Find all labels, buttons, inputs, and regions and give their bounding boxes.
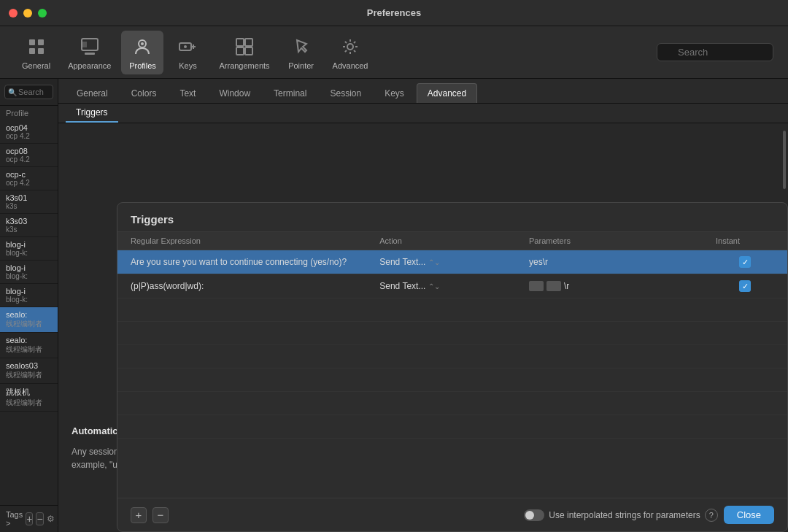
triggers-cell-instant-1[interactable]: ✓ [716, 256, 774, 268]
tab-colors[interactable]: Colors [120, 83, 168, 103]
sidebar-item-jumphost[interactable]: 跳板机 线程编制者 [0, 384, 58, 412]
sidebar-item-ocpc[interactable]: ocp-c ocp 4.2 [0, 167, 58, 190]
triggers-row-empty-4 [117, 369, 787, 392]
tab-window[interactable]: Window [208, 83, 261, 103]
window-title: Preferences [367, 7, 421, 18]
tab-advanced[interactable]: Advanced [417, 83, 477, 103]
sidebar-item-sub: blog-k: [6, 249, 52, 257]
sidebar-item-sub: k3s [6, 202, 52, 210]
advanced-toolbar-icon [339, 35, 362, 58]
triggers-cell-action-2[interactable]: Send Text... ⌃⌄ [379, 281, 529, 291]
sidebar-item-sealos1[interactable]: sealo: 线程编制者 [0, 307, 58, 333]
triggers-row-empty-3 [117, 345, 787, 369]
close-button[interactable]: Close [724, 506, 774, 524]
sidebar-item-k3s01[interactable]: k3s01 k3s [0, 190, 58, 214]
triggers-cell-regex-1: Are you sure you want to continue connec… [131, 257, 379, 267]
sidebar-search-area: 🔍 [0, 79, 58, 106]
sidebar-item-sealos2[interactable]: sealo: 线程编制者 [0, 333, 58, 358]
checkbox-instant-1[interactable]: ✓ [739, 256, 751, 268]
svg-point-10 [184, 45, 187, 48]
col-parameters: Parameters [529, 236, 716, 245]
svg-rect-14 [245, 47, 252, 55]
titlebar: Preferences [0, 0, 788, 26]
svg-rect-2 [29, 48, 35, 54]
traffic-lights [9, 9, 47, 18]
triggers-row-2[interactable]: (p|P)ass(word|wd): Send Text... ⌃⌄ [117, 274, 787, 298]
content-area: General Colors Text Window Terminal Sess… [58, 79, 788, 532]
action-chevron-2: ⌃⌄ [428, 282, 440, 290]
sidebar-item-ocp08[interactable]: ocp08 ocp 4.2 [0, 144, 58, 167]
triggers-cell-action-1[interactable]: Send Text... ⌃⌄ [379, 257, 529, 267]
maximize-button[interactable] [38, 9, 47, 18]
scrollbar-thumb [783, 131, 786, 189]
svg-rect-0 [29, 39, 35, 45]
triggers-row-empty-1 [117, 298, 787, 322]
sidebar-item-sub: ocp 4.2 [6, 155, 52, 163]
triggers-panel-title: Triggers [117, 203, 787, 232]
sidebar-item-name: sealos03 [6, 361, 52, 370]
remove-profile-button[interactable]: − [36, 512, 43, 525]
gear-icon: ⚙ [47, 514, 55, 524]
sidebar-item-blog1[interactable]: blog-i blog-k: [0, 237, 58, 261]
interpolate-toggle[interactable] [524, 509, 544, 521]
triggers-row-empty-6 [117, 415, 787, 439]
toolbar-label-keys: Keys [179, 61, 196, 70]
tab-keys[interactable]: Keys [374, 83, 415, 103]
sidebar-item-name: blog-i [6, 263, 52, 272]
checkbox-instant-2[interactable]: ✓ [739, 280, 751, 292]
svg-point-15 [347, 44, 353, 50]
svg-rect-5 [85, 53, 95, 55]
triggers-cell-instant-2[interactable]: ✓ [716, 280, 774, 292]
sidebar-footer: Tags > + − ⚙ Other Actions... ▾ [0, 505, 58, 532]
toolbar-item-pointer[interactable]: Pointer [280, 31, 322, 74]
toolbar-item-keys[interactable]: Keys [166, 31, 209, 74]
toolbar-item-advanced[interactable]: Advanced [325, 31, 376, 74]
sidebar-search-icon: 🔍 [8, 88, 17, 96]
sidebar-item-sub: k3s [6, 225, 52, 234]
interpolate-help-button[interactable]: ? [705, 509, 718, 522]
tab-terminal[interactable]: Terminal [263, 83, 317, 103]
add-profile-button[interactable]: + [26, 512, 33, 525]
sidebar-item-sub: ocp 4.2 [6, 179, 52, 187]
sidebar-item-sealos03[interactable]: sealos03 线程编制者 [0, 358, 58, 384]
sidebar-item-name: k3s01 [6, 193, 52, 202]
triggers-panel: Triggers Regular Expression Action Param… [117, 202, 788, 532]
toolbar-label-pointer: Pointer [288, 61, 314, 70]
add-trigger-button[interactable]: + [131, 507, 147, 523]
remove-icon: − [158, 509, 164, 521]
toolbar-label-arrangements: Arrangements [219, 61, 269, 70]
toolbar-item-profiles[interactable]: Profiles [121, 31, 163, 74]
triggers-table-header: Regular Expression Action Parameters Ins… [117, 232, 787, 250]
toolbar-item-appearance[interactable]: Appearance [61, 31, 118, 74]
sub-tab-triggers[interactable]: Triggers [66, 104, 118, 123]
sidebar-item-name: sealo: [6, 336, 52, 344]
action-chevron-1: ⌃⌄ [428, 258, 440, 266]
sidebar-item-name: ocp-c [6, 170, 52, 179]
action-label-1: Send Text... [379, 257, 425, 267]
tags-label[interactable]: Tags > [6, 510, 23, 528]
sidebar-item-sub: ocp 4.2 [6, 132, 52, 140]
tab-text[interactable]: Text [169, 83, 206, 103]
minimize-button[interactable] [23, 9, 32, 18]
tab-session[interactable]: Session [319, 83, 372, 103]
remove-trigger-button[interactable]: − [152, 507, 169, 523]
toolbar-label-advanced: Advanced [333, 61, 368, 70]
toolbar-item-general[interactable]: General [15, 31, 58, 74]
sidebar-item-k3s03[interactable]: k3s03 k3s [0, 214, 58, 237]
sidebar-item-sub: 线程编制者 [6, 344, 52, 355]
toolbar-label-general: General [22, 61, 50, 70]
sidebar-item-name: sealo: [6, 310, 52, 319]
sidebar-item-blog2[interactable]: blog-i blog-k: [0, 261, 58, 284]
svg-rect-6 [82, 42, 87, 47]
toolbar-search-input[interactable] [657, 43, 773, 61]
svg-rect-11 [236, 39, 244, 46]
toolbar: General Appearance Profiles [0, 26, 788, 79]
svg-rect-12 [245, 39, 252, 46]
triggers-row-1[interactable]: Are you sure you want to continue connec… [117, 250, 787, 274]
sidebar-item-ocp04[interactable]: ocp04 ocp 4.2 [0, 120, 58, 144]
tab-general[interactable]: General [66, 83, 119, 103]
svg-rect-3 [38, 48, 44, 54]
toolbar-item-arrangements[interactable]: Arrangements [212, 31, 277, 74]
sidebar-item-blog3[interactable]: blog-i blog-k: [0, 284, 58, 307]
close-button[interactable] [9, 9, 18, 18]
